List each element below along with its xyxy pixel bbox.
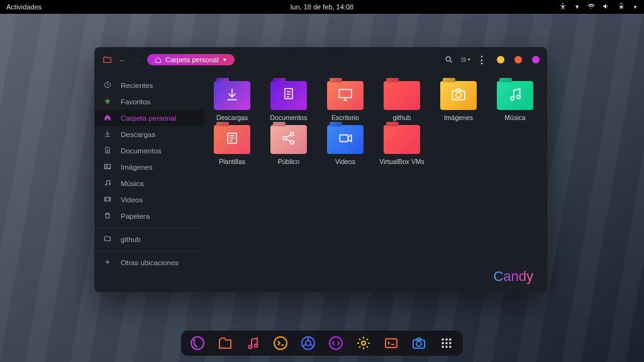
sidebar-item-github[interactable]: github <box>94 231 204 248</box>
theme-brand: Candy <box>493 268 533 285</box>
svg-rect-3 <box>621 3 622 4</box>
trash-icon <box>103 212 112 221</box>
desktop-icon <box>337 86 353 105</box>
share-icon <box>280 130 297 149</box>
maximize-button[interactable] <box>514 56 522 63</box>
svg-rect-16 <box>105 197 111 201</box>
plus-icon <box>103 258 112 267</box>
close-button[interactable] <box>532 56 540 63</box>
svg-point-41 <box>449 339 451 341</box>
dock-firefox[interactable] <box>189 334 206 352</box>
headerbar: ← → Carpeta personal ▼ ▾ ⋮ <box>94 47 547 72</box>
template-icon <box>225 131 240 148</box>
clock[interactable]: lun, 18 de feb, 14:08 <box>291 3 353 11</box>
svg-point-15 <box>109 184 110 185</box>
view-options-button[interactable]: ▾ <box>460 55 470 65</box>
battery-icon[interactable] <box>618 3 625 11</box>
svg-point-4 <box>446 57 450 61</box>
sidebar-item-otras-ubicaciones[interactable]: Otras ubicaciones <box>94 255 204 271</box>
folder-plantillas[interactable]: Plantillas <box>208 125 256 165</box>
folder-icon <box>384 81 420 110</box>
sidebar-item-documentos[interactable]: Documentos <box>94 143 204 159</box>
folder-público[interactable]: Público <box>265 125 313 165</box>
folder-documentos[interactable]: Documentos <box>265 81 313 121</box>
dock-tilix[interactable] <box>382 334 400 352</box>
sidebar-item-papelera[interactable]: Papelera <box>94 208 204 224</box>
accessibility-icon[interactable] <box>559 3 567 11</box>
camera-icon <box>450 86 467 105</box>
search-button[interactable] <box>444 55 454 65</box>
svg-rect-10 <box>463 61 466 62</box>
svg-point-47 <box>449 346 451 348</box>
folder-label: Imágenes <box>444 114 473 121</box>
home-icon <box>103 114 112 123</box>
folder-imágenes[interactable]: Imágenes <box>435 81 482 121</box>
dock-settings[interactable] <box>355 334 372 352</box>
sidebar-item-imágenes[interactable]: Imágenes <box>94 159 204 175</box>
path-bar[interactable]: Carpeta personal ▼ <box>147 54 235 65</box>
sidebar-item-favoritos[interactable]: Favoritos <box>94 94 204 110</box>
dock-screenshot[interactable] <box>410 334 428 352</box>
files-app-icon <box>102 55 112 65</box>
svg-point-29 <box>249 346 252 349</box>
sidebar-item-música[interactable]: Música <box>94 175 204 192</box>
dock-music[interactable] <box>244 334 262 352</box>
sidebar-item-carpeta-personal[interactable]: Carpeta personal <box>94 110 204 126</box>
svg-point-22 <box>517 96 520 99</box>
hamburger-menu-button[interactable]: ⋮ <box>477 55 487 65</box>
power-menu-icon[interactable]: ▼ <box>633 4 638 10</box>
wifi-icon[interactable] <box>587 3 595 11</box>
svg-rect-8 <box>463 58 466 58</box>
vpn-icon[interactable]: ▼ <box>574 4 580 10</box>
sidebar-item-descargas[interactable]: Descargas <box>94 126 204 143</box>
folder-descargas[interactable]: Descargas <box>208 81 256 121</box>
svg-rect-36 <box>386 339 397 348</box>
back-button[interactable]: ← <box>118 55 126 65</box>
image-icon <box>103 163 112 172</box>
dock-files[interactable] <box>216 334 234 352</box>
folder-label: Plantillas <box>219 158 245 165</box>
folder-música[interactable]: Música <box>491 81 539 121</box>
folder-icon <box>327 81 364 110</box>
doc-icon <box>281 87 296 104</box>
dock-apps[interactable] <box>438 334 455 352</box>
folder-label: Público <box>278 158 299 165</box>
dock-code[interactable] <box>327 334 345 352</box>
sidebar-item-recientes[interactable]: Recientes <box>94 77 204 94</box>
svg-point-39 <box>442 339 444 341</box>
forward-button[interactable]: → <box>133 55 141 65</box>
folder-icon <box>214 125 250 154</box>
folder-icon <box>384 125 420 154</box>
sidebar-item-label: Recientes <box>121 82 153 89</box>
download-icon <box>103 130 112 139</box>
svg-point-28 <box>191 337 204 349</box>
svg-point-13 <box>106 165 108 167</box>
music-icon <box>103 179 112 188</box>
minimize-button[interactable] <box>497 56 504 63</box>
svg-point-44 <box>449 342 451 344</box>
svg-point-43 <box>445 342 447 344</box>
dock-chrome[interactable] <box>299 334 317 352</box>
dock-terminal[interactable] <box>272 334 289 352</box>
dock <box>181 331 463 356</box>
svg-rect-7 <box>461 61 462 62</box>
svg-point-20 <box>456 92 462 98</box>
folder-label: Escritorio <box>331 114 359 121</box>
content-area[interactable]: DescargasDocumentosEscritoriogithubImáge… <box>204 72 547 292</box>
svg-point-34 <box>330 337 342 349</box>
files-window: ← → Carpeta personal ▼ ▾ ⋮ RecientesFavo… <box>94 47 547 292</box>
sidebar-item-label: Papelera <box>121 212 150 220</box>
volume-icon[interactable] <box>602 3 610 11</box>
sidebar-item-label: Carpeta personal <box>121 114 176 122</box>
sidebar-item-videos[interactable]: Videos <box>94 192 204 208</box>
folder-escritorio[interactable]: Escritorio <box>321 81 369 121</box>
folder-icon <box>440 81 477 110</box>
folder-virtualbox-vms[interactable]: VirtualBox VMs <box>378 125 426 165</box>
svg-point-25 <box>291 133 294 136</box>
svg-point-26 <box>291 141 294 144</box>
folder-videos[interactable]: Videos <box>321 125 369 165</box>
folder-github[interactable]: github <box>378 81 426 121</box>
activities-button[interactable]: Actividades <box>6 3 42 11</box>
folder-icon <box>270 81 307 110</box>
folder-label: VirtualBox VMs <box>379 158 425 165</box>
